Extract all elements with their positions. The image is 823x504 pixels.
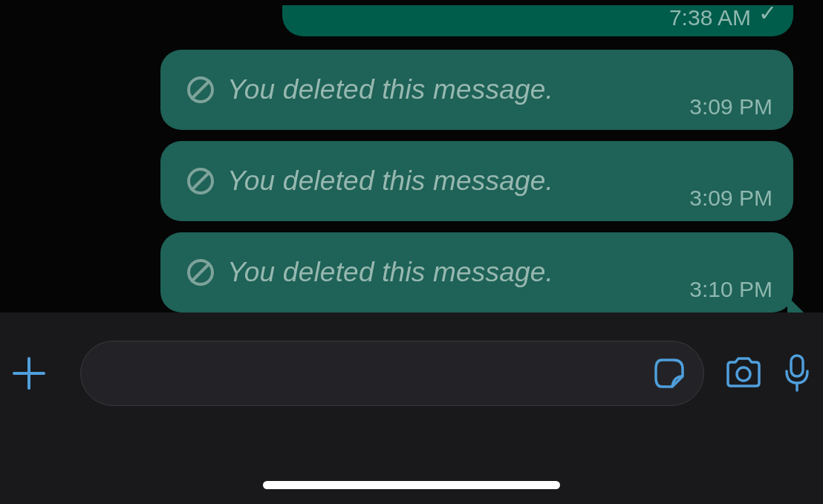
chat-message-list[interactable]: 7:38 AM ✓ You deleted this message. 3:09…: [0, 0, 823, 312]
message-timestamp: 3:10 PM: [689, 277, 772, 302]
microphone-icon: [783, 353, 811, 393]
deleted-message-bubble[interactable]: You deleted this message. 3:10 PM: [160, 232, 793, 312]
prohibited-icon: [187, 168, 214, 194]
delivered-check-icon: ✓: [758, 2, 777, 24]
sticker-button[interactable]: [653, 357, 686, 390]
message-timestamp: 7:38 AM: [669, 5, 751, 30]
home-indicator[interactable]: [263, 481, 560, 489]
camera-button[interactable]: [723, 356, 764, 390]
composer-bar: [0, 312, 823, 504]
attach-button[interactable]: [12, 356, 61, 390]
deleted-message-label: You deleted this message.: [227, 257, 553, 288]
prohibited-icon: [187, 76, 214, 103]
deleted-message-label: You deleted this message.: [227, 166, 553, 197]
message-timestamp: 3:09 PM: [689, 186, 772, 211]
svg-point-2: [737, 367, 750, 381]
deleted-message-bubble[interactable]: You deleted this message. 3:09 PM: [160, 50, 793, 130]
sticker-icon: [653, 357, 686, 390]
outgoing-message-bubble-partial[interactable]: 7:38 AM ✓: [282, 5, 793, 36]
voice-record-button[interactable]: [783, 353, 811, 393]
prohibited-icon: [187, 259, 214, 286]
plus-icon: [12, 356, 46, 390]
deleted-message-label: You deleted this message.: [227, 74, 553, 105]
camera-icon: [723, 356, 764, 390]
message-timestamp: 3:09 PM: [689, 94, 772, 120]
deleted-message-bubble[interactable]: You deleted this message. 3:09 PM: [160, 141, 793, 221]
svg-rect-3: [791, 356, 803, 376]
message-input[interactable]: [80, 341, 704, 406]
